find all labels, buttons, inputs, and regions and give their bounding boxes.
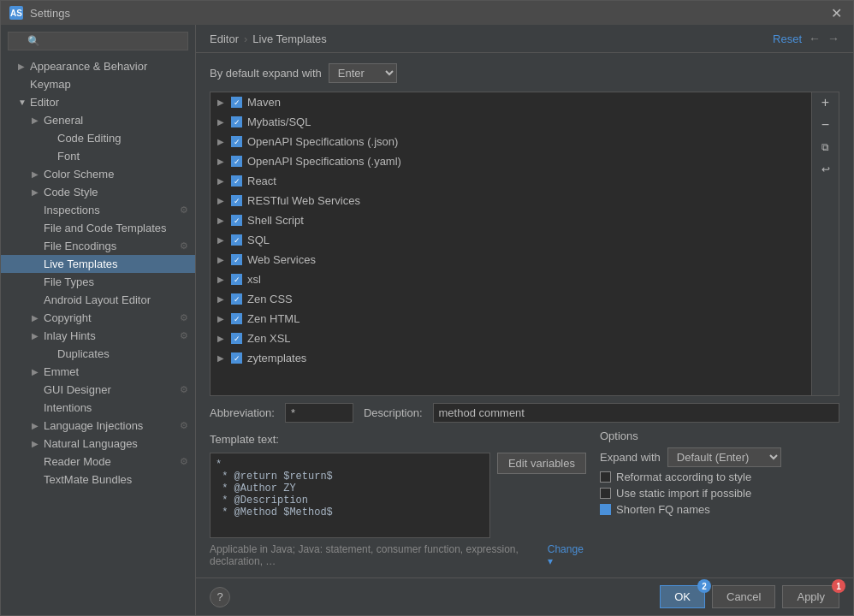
expand-arrow: ▶ [32, 439, 40, 448]
reformat-checkbox[interactable] [600, 471, 611, 483]
checkbox-shorten-fq[interactable]: Shorten FQ names [600, 503, 839, 516]
title-bar-left: AS Settings [9, 6, 70, 20]
shorten-fq-checkbox[interactable] [600, 504, 611, 515]
template-name: OpenAPI Specifications (.json) [247, 135, 398, 148]
expand-arrow: ▶ [217, 137, 226, 146]
abbreviation-input[interactable] [285, 403, 353, 423]
sidebar-item-code-style[interactable]: ▶ Code Style [1, 183, 195, 201]
gear-icon: ⚙ [180, 456, 188, 467]
sidebar-item-file-code-templates[interactable]: File and Code Templates [1, 219, 195, 237]
change-link[interactable]: Change ▾ [548, 543, 586, 567]
list-item[interactable]: ▶ Shell Script [211, 210, 811, 230]
template-checkbox[interactable] [231, 254, 242, 265]
sidebar-item-inspections[interactable]: Inspections ⚙ [1, 201, 195, 219]
list-item[interactable]: ▶ Web Services [211, 250, 811, 270]
sidebar-item-natural-languages[interactable]: ▶ Natural Languages [1, 435, 195, 453]
template-checkbox[interactable] [231, 175, 242, 187]
static-import-checkbox[interactable] [600, 488, 611, 499]
sidebar-item-general[interactable]: ▶ General [1, 111, 195, 129]
gear-icon: ⚙ [180, 240, 188, 252]
list-item[interactable]: ▶ Zen XSL [211, 329, 811, 348]
close-button[interactable]: ✕ [827, 4, 845, 21]
list-item[interactable]: ▶ Maven [211, 92, 811, 112]
template-checkbox[interactable] [231, 136, 242, 147]
breadcrumb-current: Live Templates [252, 33, 326, 45]
sidebar-item-live-templates[interactable]: Live Templates [1, 255, 195, 273]
static-import-label: Use static import if possible [616, 487, 751, 500]
template-name: Shell Script [247, 214, 304, 227]
expand-arrow: ▼ [18, 98, 27, 107]
nav-back-button[interactable]: ← [809, 32, 821, 45]
template-checkbox[interactable] [231, 234, 242, 246]
list-item[interactable]: ▶ RESTful Web Services [211, 191, 811, 210]
search-input[interactable] [8, 32, 188, 50]
nav-forward-button[interactable]: → [827, 32, 839, 45]
expand-with-select[interactable]: Enter [329, 63, 397, 83]
template-checkbox[interactable] [231, 195, 242, 206]
sidebar-item-label: File Types [44, 275, 94, 288]
list-item[interactable]: ▶ OpenAPI Specifications (.yaml) [211, 151, 811, 171]
template-checkbox[interactable] [231, 97, 242, 108]
expand-arrow: ▶ [217, 235, 226, 245]
sidebar-item-code-editing[interactable]: Code Editing [1, 129, 195, 147]
sidebar-item-editor[interactable]: ▼ Editor [1, 93, 195, 111]
ok-badge: 2 [697, 579, 711, 593]
sidebar-item-label: Code Style [44, 186, 98, 198]
bottom-left: Template text: * * @return $return$ * @A… [210, 429, 586, 567]
ok-button[interactable]: OK 2 [660, 585, 705, 608]
template-checkbox[interactable] [231, 293, 242, 305]
template-checkbox[interactable] [231, 352, 242, 364]
list-item[interactable]: ▶ xsl [211, 270, 811, 289]
list-item[interactable]: ▶ SQL [211, 230, 811, 250]
cancel-button[interactable]: Cancel [712, 585, 775, 608]
restore-button[interactable]: ↩ [815, 159, 836, 180]
sidebar-item-appearance[interactable]: ▶ Appearance & Behavior [1, 57, 195, 75]
edit-variables-button[interactable]: Edit variables [497, 453, 586, 474]
help-button[interactable]: ? [210, 587, 230, 607]
sidebar-item-android-layout-editor[interactable]: Android Layout Editor [1, 291, 195, 309]
checkbox-reformat[interactable]: Reformat according to style [600, 471, 839, 483]
template-checkbox[interactable] [231, 156, 242, 167]
breadcrumb-bar: Editor › Live Templates Reset ← → [196, 25, 853, 53]
sidebar-item-color-scheme[interactable]: ▶ Color Scheme [1, 165, 195, 183]
expand-arrow: ▶ [217, 117, 226, 127]
template-checkbox[interactable] [231, 333, 242, 344]
sidebar-item-inlay-hints[interactable]: ▶ Inlay Hints ⚙ [1, 327, 195, 345]
description-input[interactable] [433, 403, 839, 423]
list-item[interactable]: ▶ Zen CSS [211, 289, 811, 309]
reset-button[interactable]: Reset [773, 33, 802, 45]
sidebar-item-reader-mode[interactable]: Reader Mode ⚙ [1, 453, 195, 471]
sidebar-item-file-types[interactable]: File Types [1, 273, 195, 291]
sidebar-item-keymap[interactable]: Keymap [1, 75, 195, 93]
apply-badge: 1 [832, 579, 845, 593]
sidebar-item-intentions[interactable]: Intentions [1, 399, 195, 417]
list-item[interactable]: ▶ Zen HTML [211, 309, 811, 329]
sidebar-item-font[interactable]: Font [1, 147, 195, 165]
list-item[interactable]: ▶ zytemplates [211, 348, 811, 368]
list-item[interactable]: ▶ React [211, 171, 811, 191]
sidebar-item-duplicates[interactable]: Duplicates [1, 345, 195, 363]
sidebar-item-label: File Encodings [44, 240, 116, 252]
templates-list: ▶ Maven ▶ Mybatis/SQL ▶ OpenAPI S [210, 92, 812, 396]
right-panel: Editor › Live Templates Reset ← → By def… [196, 25, 853, 615]
sidebar-item-label: Emmet [44, 365, 79, 378]
add-button[interactable]: + [815, 92, 836, 113]
sidebar-item-gui-designer[interactable]: GUI Designer ⚙ [1, 381, 195, 399]
sidebar-item-copyright[interactable]: ▶ Copyright ⚙ [1, 309, 195, 327]
expand-with-options-select[interactable]: Default (Enter) [667, 447, 781, 467]
list-item[interactable]: ▶ OpenAPI Specifications (.json) [211, 132, 811, 151]
list-item[interactable]: ▶ Mybatis/SQL [211, 112, 811, 132]
template-checkbox[interactable] [231, 313, 242, 324]
template-text-area[interactable]: * * @return $return$ * @Author ZY * @Des… [210, 453, 490, 538]
remove-button[interactable]: − [815, 115, 836, 135]
sidebar-item-file-encodings[interactable]: File Encodings ⚙ [1, 237, 195, 255]
apply-button[interactable]: Apply 1 [782, 585, 839, 608]
template-checkbox[interactable] [231, 215, 242, 226]
copy-button[interactable]: ⧉ [815, 137, 836, 157]
sidebar-item-language-injections[interactable]: ▶ Language Injections ⚙ [1, 417, 195, 435]
checkbox-static-import[interactable]: Use static import if possible [600, 487, 839, 500]
template-checkbox[interactable] [231, 116, 242, 127]
sidebar-item-textmate-bundles[interactable]: TextMate Bundles [1, 471, 195, 489]
template-checkbox[interactable] [231, 274, 242, 285]
sidebar-item-emmet[interactable]: ▶ Emmet [1, 363, 195, 381]
